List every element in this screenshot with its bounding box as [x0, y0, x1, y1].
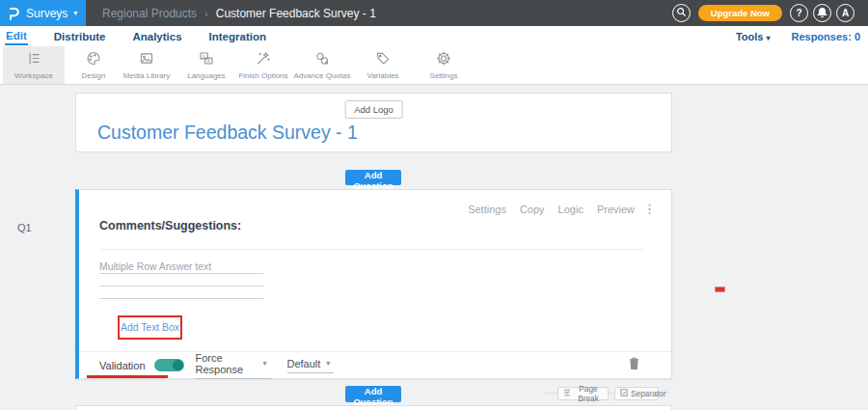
questionpro-logo-icon: [8, 6, 20, 20]
tools-menu[interactable]: Tools ▾: [736, 31, 771, 42]
add-text-box-link[interactable]: Add Text Box: [120, 317, 180, 338]
workspace-icon: [25, 50, 42, 69]
question-number: Q1: [17, 222, 32, 233]
finish-options-icon: [255, 50, 272, 69]
force-response-dropdown[interactable]: Force Response ▾: [196, 352, 271, 379]
chevron-down-icon: ▾: [766, 34, 770, 42]
survey-title-card: Add Logo Customer Feedback Survey - 1: [75, 93, 672, 152]
question-action-preview[interactable]: Preview: [597, 204, 635, 215]
search-button[interactable]: [672, 4, 691, 22]
top-bar-actions: Upgrade Now ? A: [672, 0, 854, 26]
toolbar-item-finish-options[interactable]: Finish Options: [232, 46, 294, 84]
question-divider: [99, 249, 644, 250]
responses-link[interactable]: Responses: 0: [791, 31, 860, 42]
bell-icon: [817, 7, 827, 20]
separator-button[interactable]: Separator: [614, 387, 659, 400]
svg-text:A: A: [207, 59, 211, 64]
design-icon: [85, 50, 102, 69]
answer-row[interactable]: [99, 274, 263, 287]
menu-item-integration[interactable]: Integration: [208, 29, 267, 44]
delete-question-button[interactable]: [628, 356, 640, 373]
menu-item-distribute[interactable]: Distribute: [53, 29, 107, 44]
media-library-icon: [138, 50, 155, 69]
breadcrumb: Regional Products › Customer Feedback Su…: [102, 0, 376, 26]
annotation-cursor-mark: [715, 287, 725, 292]
answer-rows: Multiple Row Answer text: [99, 261, 263, 299]
menu-bar-items: Edit Distribute Analytics Integration: [5, 26, 267, 46]
annotation-highlight-box: Add Text Box: [118, 315, 182, 340]
question-text[interactable]: Comments/Suggestions:: [99, 219, 241, 232]
search-icon: [676, 7, 687, 19]
answer-row-placeholder[interactable]: Multiple Row Answer text: [99, 261, 263, 274]
toolbar-item-variables[interactable]: Variables: [352, 46, 414, 84]
page-break-icon: [563, 389, 571, 398]
chevron-down-icon: ▾: [73, 9, 77, 17]
toolbar-item-advance-quotas[interactable]: Advance Quotas: [291, 46, 353, 84]
toolbar-item-workspace[interactable]: Workspace: [3, 46, 65, 84]
question-card: Settings Copy Logic Preview ⋮ Comments/S…: [75, 189, 672, 379]
toggle-knob-icon: [173, 360, 183, 370]
add-question-button-bottom[interactable]: Add Question: [345, 386, 401, 402]
questionpro-survey-editor: Surveys ▾ Regional Products › Customer F…: [0, 0, 868, 410]
question-menu-button[interactable]: ⋮: [643, 202, 656, 216]
surveys-menu-label: Surveys: [26, 7, 68, 20]
survey-workspace: Add Logo Customer Feedback Survey - 1 Ad…: [0, 85, 868, 410]
upgrade-now-button[interactable]: Upgrade Now: [698, 5, 782, 21]
checkbox-checked-icon: [620, 389, 628, 398]
avatar[interactable]: A: [836, 4, 854, 22]
notifications-button[interactable]: [813, 4, 831, 22]
toolbar: Workspace Design Media Library xA Langua…: [0, 46, 868, 85]
question-action-copy[interactable]: Copy: [520, 204, 545, 215]
answer-row[interactable]: [99, 287, 263, 299]
question-footer: Validation Force Response ▾ Default ▾: [79, 351, 671, 378]
next-question-card-partial: [75, 405, 672, 410]
advance-quotas-icon: [313, 50, 331, 69]
question-action-logic[interactable]: Logic: [558, 204, 583, 215]
tools-menu-label: Tools: [736, 31, 764, 42]
menu-item-edit[interactable]: Edit: [5, 28, 28, 45]
page-break-button[interactable]: Page Break: [557, 387, 609, 400]
toolbar-item-media-library[interactable]: Media Library: [116, 46, 177, 84]
top-bar: Surveys ▾ Regional Products › Customer F…: [0, 0, 868, 26]
variables-icon: [374, 50, 392, 69]
breadcrumb-parent[interactable]: Regional Products: [102, 7, 197, 20]
breadcrumb-separator-icon: ›: [204, 8, 208, 19]
question-actions: Settings Copy Logic Preview: [468, 204, 635, 215]
survey-title[interactable]: Customer Feedback Survey - 1: [97, 122, 358, 144]
toolbar-item-settings[interactable]: Settings: [413, 46, 475, 84]
trash-icon: [628, 359, 640, 373]
menu-bar-right: Tools ▾ Responses: 0: [736, 26, 860, 46]
validation-label: Validation: [99, 360, 146, 371]
languages-icon: xA: [198, 50, 215, 69]
annotation-underline: [87, 375, 168, 378]
menu-bar: Edit Distribute Analytics Integration To…: [0, 26, 868, 46]
surveys-menu[interactable]: Surveys ▾: [0, 0, 86, 26]
settings-icon: [435, 50, 452, 69]
breadcrumb-current: Customer Feedback Survey - 1: [216, 7, 376, 20]
question-action-settings[interactable]: Settings: [468, 204, 506, 215]
chevron-down-icon: ▾: [262, 359, 266, 368]
validation-toggle[interactable]: [154, 359, 184, 371]
add-question-button-top[interactable]: Add Question: [345, 170, 401, 185]
toolbar-item-languages[interactable]: xA Languages: [176, 46, 237, 84]
help-button[interactable]: ?: [790, 4, 808, 22]
chevron-down-icon: ▾: [326, 359, 330, 368]
add-logo-button[interactable]: Add Logo: [344, 100, 403, 119]
menu-item-analytics[interactable]: Analytics: [131, 29, 182, 44]
default-dropdown[interactable]: Default ▾: [287, 358, 334, 373]
